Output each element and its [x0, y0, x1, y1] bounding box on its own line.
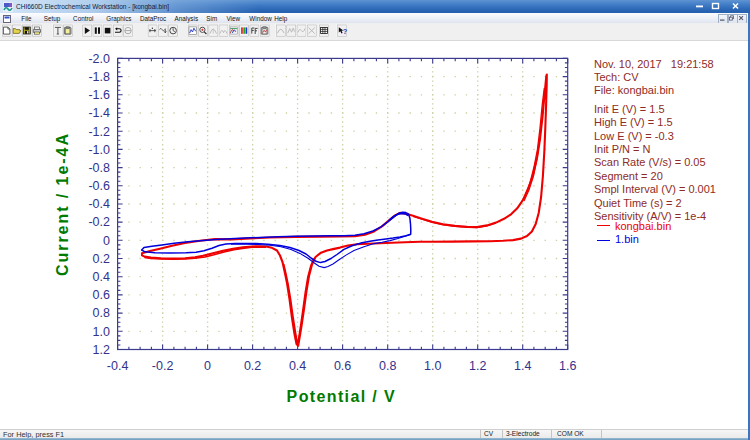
svg-text:-0.2: -0.2 [152, 359, 174, 373]
svg-text:0.4: 0.4 [289, 359, 306, 373]
svg-text:-0.4: -0.4 [107, 359, 129, 373]
svg-text:-1.8: -1.8 [88, 70, 110, 84]
svg-text:-1.6: -1.6 [88, 88, 110, 102]
svg-text:-0.2: -0.2 [88, 215, 110, 229]
svg-text:?: ? [343, 27, 348, 36]
svg-text:-1.2: -1.2 [88, 125, 110, 139]
svg-text:0.6: 0.6 [334, 359, 351, 373]
svg-text:0: 0 [103, 234, 110, 248]
svg-text:-0.4: -0.4 [88, 197, 110, 211]
svg-text:Potential / V: Potential / V [287, 388, 395, 405]
svg-text:0.2: 0.2 [93, 252, 110, 266]
svg-text:0.4: 0.4 [93, 270, 110, 284]
svg-text:0.6: 0.6 [93, 288, 110, 302]
svg-text:0.8: 0.8 [379, 359, 396, 373]
svg-text:1.0: 1.0 [424, 359, 441, 373]
svg-text:1.6: 1.6 [559, 359, 576, 373]
svg-text:1.0: 1.0 [93, 325, 110, 339]
svg-text:0.2: 0.2 [244, 359, 261, 373]
svg-text:-1.0: -1.0 [88, 143, 110, 157]
svg-text:-2.0: -2.0 [88, 52, 110, 66]
svg-text:Current / 1e-4A: Current / 1e-4A [54, 134, 71, 276]
svg-text:0: 0 [204, 359, 211, 373]
svg-text:1.2: 1.2 [469, 359, 486, 373]
svg-text:-0.6: -0.6 [88, 179, 110, 193]
svg-text:-0.8: -0.8 [88, 161, 110, 175]
svg-text:-1.4: -1.4 [88, 106, 110, 120]
svg-text:1.2: 1.2 [93, 343, 110, 357]
svg-text:0.8: 0.8 [93, 306, 110, 320]
svg-text:1.4: 1.4 [514, 359, 531, 373]
